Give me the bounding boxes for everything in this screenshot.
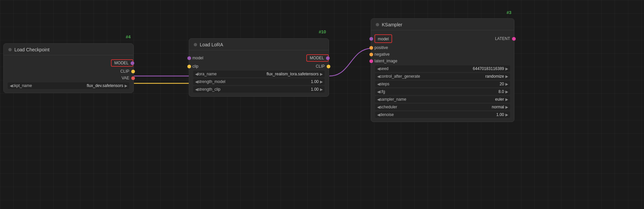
- node-lora-title: Load LoRA: [200, 42, 223, 47]
- lora-strengthclip-param[interactable]: ◀ strength_clip 1.00 ▶: [193, 86, 325, 93]
- control-value: randomize: [420, 74, 505, 79]
- node-checkpoint-indicator: [8, 48, 12, 51]
- ksampler-latentimage-dot: [369, 59, 373, 63]
- ksampler-latent-dot: [512, 37, 516, 41]
- checkpoint-vae-dot: [131, 76, 135, 80]
- lora-clip-row: clip CLIP: [189, 63, 329, 70]
- strengthmodel-label: strength_model: [198, 79, 225, 84]
- loraname-arrow-left[interactable]: ◀: [195, 72, 198, 76]
- ksampler-model-highlight-box: model: [374, 34, 392, 43]
- lora-loraname-param[interactable]: ◀ lora_name flux_realism_lora.safetensor…: [193, 71, 325, 77]
- node-load-lora: #10 Load LoRA model MODEL: [189, 38, 329, 97]
- lora-model-input-label: model: [192, 56, 203, 60]
- seed-arrow-left[interactable]: ◀: [377, 67, 380, 71]
- seed-arrow-right[interactable]: ▶: [505, 67, 508, 71]
- cfg-value: 8.0: [403, 89, 505, 94]
- ksampler-sampler-param[interactable]: ◀ sampler_name euler ▶: [375, 96, 510, 103]
- scheduler-label: scheduler: [380, 105, 403, 109]
- steps-value: 20: [403, 82, 505, 86]
- loraname-arrow-right[interactable]: ▶: [320, 72, 323, 76]
- ckptname-label: ckpt_name: [12, 83, 36, 88]
- lora-clip-output-dot: [327, 65, 330, 68]
- control-arrow-right[interactable]: ▶: [505, 74, 508, 79]
- ksampler-denoise-param[interactable]: ◀ denoise 1.00 ▶: [375, 111, 510, 118]
- sampler-value: euler: [406, 97, 505, 102]
- strengthclip-label: strength_clip: [198, 87, 221, 92]
- node-lora-header: Load LoRA: [189, 39, 329, 50]
- node-lora-indicator: [194, 43, 197, 46]
- checkpoint-clip-dot: [131, 70, 135, 73]
- ksampler-positive-dot: [369, 46, 373, 50]
- strengthmodel-arrow-right[interactable]: ▶: [320, 80, 323, 84]
- node-checkpoint-body: MODEL CLIP VAE ◀ ckpt_name flux_dev.safe…: [4, 55, 133, 93]
- denoise-label: denoise: [380, 112, 403, 117]
- denoise-arrow-left[interactable]: ◀: [377, 113, 380, 117]
- scheduler-value: normal: [403, 105, 505, 109]
- lora-clip-output-label: CLIP: [316, 64, 325, 69]
- ksampler-latent-label: LATENT: [495, 36, 510, 41]
- checkpoint-model-label: MODEL: [114, 61, 129, 65]
- loraname-label: lora_name: [198, 72, 221, 76]
- scheduler-arrow-right[interactable]: ▶: [505, 105, 508, 109]
- node-ksampler-header: KSampler: [371, 19, 514, 30]
- node-checkpoint-header: Load Checkpoint: [4, 44, 133, 55]
- ksampler-model-row: model LATENT: [371, 33, 514, 44]
- control-arrow-left[interactable]: ◀: [377, 74, 380, 79]
- sampler-arrow-left[interactable]: ◀: [377, 97, 380, 102]
- strengthclip-arrow-left[interactable]: ◀: [195, 87, 198, 92]
- node-lora-body: model MODEL clip CLIP: [189, 50, 329, 96]
- ksampler-seed-param[interactable]: ◀ seed 64470183116389 ▶: [375, 65, 510, 72]
- ksampler-cfg-param[interactable]: ◀ cfg 8.0 ▶: [375, 88, 510, 95]
- loraname-value: flux_realism_lora.safetensors: [221, 72, 320, 76]
- checkpoint-vae-row: VAE: [4, 75, 133, 81]
- cfg-label: cfg: [380, 89, 403, 94]
- ksampler-positive-row: positive: [371, 44, 514, 51]
- denoise-value: 1.00: [403, 112, 505, 117]
- ksampler-positive-label: positive: [374, 45, 388, 50]
- lora-model-output-dot: [326, 56, 330, 60]
- strengthclip-arrow-right[interactable]: ▶: [320, 87, 323, 92]
- checkpoint-vae-label: VAE: [122, 76, 129, 80]
- node-checkpoint-title: Load Checkpoint: [14, 47, 49, 52]
- strengthclip-value: 1.00: [221, 87, 320, 92]
- strengthmodel-arrow-left[interactable]: ◀: [195, 80, 198, 84]
- checkpoint-model-port-box: MODEL: [111, 59, 133, 67]
- ckptname-arrow-right[interactable]: ▶: [125, 84, 127, 88]
- node-ksampler: #3 KSampler model LATENT: [371, 18, 514, 122]
- steps-arrow-right[interactable]: ▶: [505, 82, 508, 86]
- cfg-arrow-left[interactable]: ◀: [377, 90, 380, 94]
- cfg-arrow-right[interactable]: ▶: [505, 90, 508, 94]
- checkpoint-clip-row: CLIP: [4, 68, 133, 75]
- lora-clip-input-label: clip: [192, 64, 198, 69]
- ksampler-latentimage-row: latent_image: [371, 58, 514, 64]
- node-ksampler-id: #3: [507, 10, 511, 15]
- sampler-arrow-right[interactable]: ▶: [505, 97, 508, 102]
- scheduler-arrow-left[interactable]: ◀: [377, 105, 380, 109]
- ksampler-latentimage-label: latent_image: [374, 59, 397, 63]
- lora-model-output-label: MODEL: [310, 56, 324, 60]
- node-ksampler-title: KSampler: [382, 22, 402, 27]
- ksampler-model-label: model: [378, 37, 389, 41]
- checkpoint-model-dot: [131, 61, 134, 65]
- lora-strengthmodel-param[interactable]: ◀ strength_model 1.00 ▶: [193, 78, 325, 85]
- lora-clip-input-dot: [187, 65, 191, 68]
- steps-arrow-left[interactable]: ◀: [377, 82, 380, 86]
- ksampler-scheduler-param[interactable]: ◀ scheduler normal ▶: [375, 104, 510, 110]
- checkpoint-clip-label: CLIP: [120, 69, 129, 74]
- ksampler-negative-label: negative: [374, 52, 389, 57]
- denoise-arrow-right[interactable]: ▶: [505, 113, 508, 117]
- node-checkpoint-id: #4: [126, 34, 131, 39]
- node-ksampler-body: model LATENT positive negative: [371, 30, 514, 122]
- lora-model-input-dot: [187, 56, 191, 60]
- ckptname-arrow-left[interactable]: ◀: [10, 84, 12, 88]
- strengthmodel-value: 1.00: [225, 79, 320, 84]
- ksampler-model-dot: [369, 37, 373, 41]
- ksampler-steps-param[interactable]: ◀ steps 20 ▶: [375, 81, 510, 87]
- checkpoint-ckptname-param[interactable]: ◀ ckpt_name flux_dev.safetensors ▶: [8, 82, 129, 89]
- control-label: control_after_generate: [380, 74, 420, 79]
- ksampler-control-param[interactable]: ◀ control_after_generate randomize ▶: [375, 73, 510, 80]
- lora-model-output-box: MODEL: [306, 54, 329, 62]
- seed-value: 64470183116389: [403, 66, 505, 71]
- node-load-checkpoint: #4 Load Checkpoint MODEL CLIP VAE ◀ ckpt…: [3, 43, 134, 93]
- lora-model-row: model MODEL: [189, 53, 329, 63]
